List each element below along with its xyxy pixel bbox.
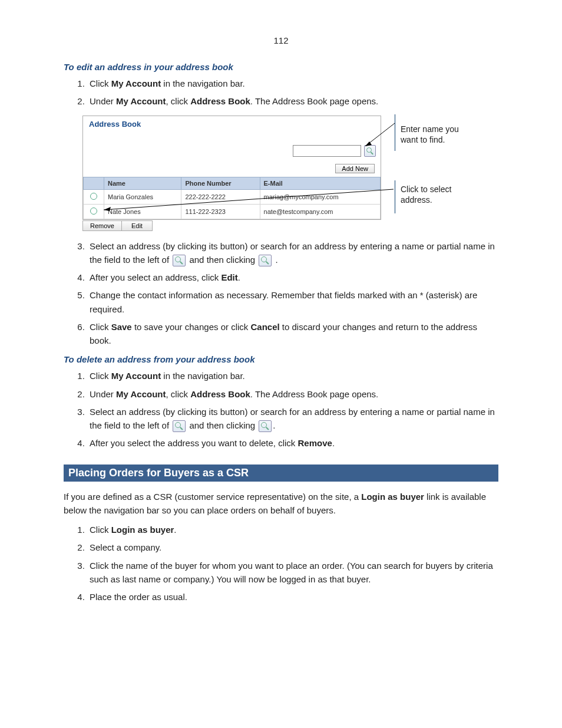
text: Select an address (by clicking its butto… — [90, 241, 495, 265]
delete-address-heading: To delete an address from your address b… — [64, 354, 498, 364]
text-bold: Edit — [221, 272, 237, 282]
text-bold: Cancel — [250, 322, 279, 332]
list-item: Select a company. — [87, 541, 498, 554]
text: . — [174, 525, 176, 535]
text-bold: Login as buyer — [111, 525, 174, 535]
text: . — [332, 438, 335, 448]
remove-button[interactable]: Remove — [83, 221, 122, 230]
list-item: Click the name of the buyer for whom you… — [87, 559, 498, 587]
bottom-button-bar: Remove Edit — [82, 220, 153, 231]
text: Click — [90, 78, 111, 88]
text: After you select the address you want to… — [90, 438, 298, 448]
radio-header — [84, 177, 104, 189]
table-row: Nate Jones 111-222-2323 nate@testcompany… — [84, 204, 381, 219]
text: and then clicking — [187, 420, 257, 430]
text-bold: Address Book — [190, 389, 250, 399]
delete-address-steps: Click My Account in the navigation bar. … — [64, 369, 498, 450]
callout-search: Enter name you want to find. — [401, 124, 471, 145]
text: Click — [90, 525, 111, 535]
text: Select an address (by clicking its butto… — [90, 407, 495, 430]
csr-section-heading: Placing Orders for Buyers as a CSR — [64, 465, 498, 482]
cell-name: Maria Gonzales — [104, 189, 181, 204]
cell-phone: 111-222-2323 — [181, 204, 260, 219]
search-icon — [173, 255, 186, 266]
edit-address-steps: Click My Account in the navigation bar. … — [64, 77, 498, 108]
search-row — [83, 143, 381, 160]
list-item: Place the order as usual. — [87, 590, 498, 604]
cell-phone: 222-222-2222 — [181, 189, 260, 204]
text-bold: Save — [111, 322, 132, 332]
text: . — [238, 272, 240, 282]
panel-title: Address Book — [83, 116, 381, 143]
text: , click — [166, 96, 190, 106]
text: . — [273, 255, 277, 265]
search-icon — [173, 420, 186, 432]
address-book-figure: Address Book Add New Name Phone Number E… — [82, 116, 498, 233]
list-item: Under My Account, click Address Book. Th… — [87, 94, 498, 108]
radio-icon — [90, 207, 97, 215]
list-item: Under My Account, click Address Book. Th… — [87, 387, 498, 401]
radio-cell[interactable] — [84, 189, 104, 204]
callout-select: Click to select address. — [401, 184, 471, 205]
text: . — [273, 420, 275, 430]
text: After you select an address, click — [90, 272, 221, 282]
page-number: 112 — [64, 35, 498, 45]
text-bold: My Account — [111, 371, 161, 381]
add-new-button[interactable]: Add New — [335, 164, 375, 173]
text-bold: My Account — [111, 78, 161, 88]
text: . The Address Book page opens. — [250, 389, 378, 399]
list-item: After you select the address you want to… — [87, 436, 498, 450]
text: to save your changes or click — [132, 322, 251, 332]
text: Under — [90, 389, 116, 399]
radio-cell[interactable] — [84, 204, 104, 219]
table-row: Maria Gonzales 222-222-2222 mariag@mycom… — [84, 189, 381, 204]
text-bold: My Account — [116, 96, 166, 106]
search-icon — [259, 420, 272, 432]
col-name: Name — [104, 177, 181, 189]
text: . The Address Book page opens. — [250, 96, 378, 106]
list-item: Select an address (by clicking its butto… — [87, 239, 498, 267]
list-item: After you select an address, click Edit. — [87, 271, 498, 284]
text: Click — [90, 371, 111, 381]
col-phone: Phone Number — [181, 177, 260, 189]
add-new-row: Add New — [83, 160, 381, 177]
text-bold: Address Book — [190, 96, 250, 106]
text: in the navigation bar. — [161, 78, 245, 88]
list-item: Click My Account in the navigation bar. — [87, 369, 498, 383]
list-item: Change the contact information as necess… — [87, 288, 498, 316]
edit-button[interactable]: Edit — [122, 221, 152, 230]
cell-email: nate@testcompany.com — [260, 204, 380, 219]
text: in the navigation bar. — [161, 371, 245, 381]
list-item: Select an address (by clicking its butto… — [87, 405, 498, 433]
csr-steps: Click Login as buyer. Select a company. … — [64, 523, 498, 604]
edit-address-steps-cont: Select an address (by clicking its butto… — [64, 239, 498, 348]
cell-email: mariag@mycompany.com — [260, 189, 380, 204]
search-input[interactable] — [293, 145, 361, 157]
list-item: Click Save to save your changes or click… — [87, 320, 498, 348]
search-icon[interactable] — [364, 145, 376, 157]
callout-bar — [395, 180, 395, 213]
text: Under — [90, 96, 116, 106]
search-icon — [259, 255, 272, 266]
list-item: Click Login as buyer. — [87, 523, 498, 536]
text-bold: My Account — [116, 389, 166, 399]
text-bold: Login as buyer — [361, 492, 424, 502]
list-item: Click My Account in the navigation bar. — [87, 77, 498, 90]
callout-bar — [395, 114, 395, 151]
text-bold: Remove — [298, 438, 332, 448]
csr-intro: If you are defined as a CSR (customer se… — [64, 490, 498, 518]
text: and then clicking — [187, 255, 257, 265]
radio-icon — [90, 193, 97, 200]
text: Click — [90, 322, 111, 332]
text: If you are defined as a CSR (customer se… — [64, 492, 361, 502]
address-book-panel: Address Book Add New Name Phone Number E… — [82, 116, 381, 220]
cell-name: Nate Jones — [104, 204, 181, 219]
table-header-row: Name Phone Number E-Mail — [84, 177, 381, 189]
text: , click — [166, 389, 190, 399]
address-table: Name Phone Number E-Mail Maria Gonzales … — [83, 177, 381, 219]
edit-address-heading: To edit an address in your address book — [64, 62, 498, 72]
col-email: E-Mail — [260, 177, 380, 189]
